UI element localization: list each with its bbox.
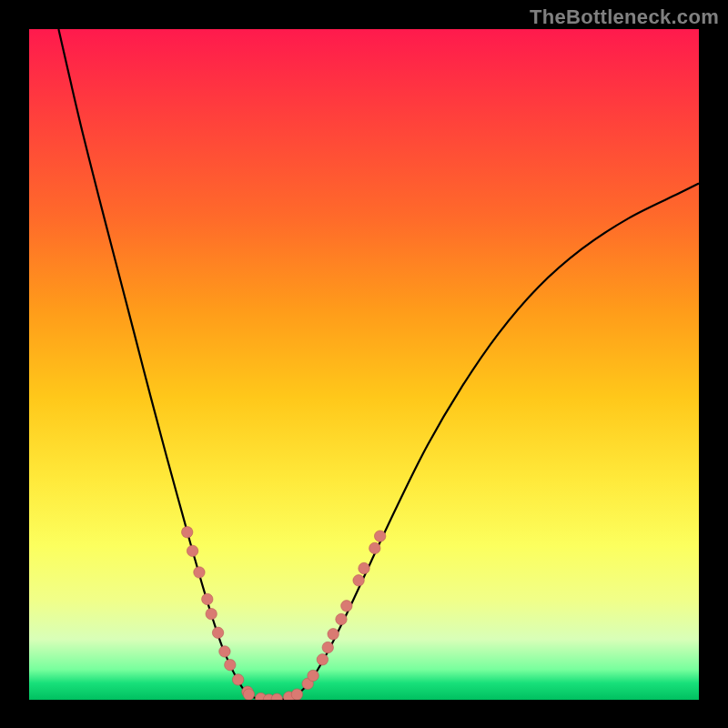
marker-dot [182,527,193,538]
plot-area [29,29,699,700]
curve-right [297,184,699,695]
marker-dot [328,629,339,640]
marker-group [182,527,386,700]
marker-dot [317,654,328,665]
marker-dot [271,693,282,700]
marker-dot [336,613,347,624]
marker-dot [219,646,230,657]
marker-dot [243,689,254,700]
marker-dot [187,545,197,556]
marker-dot [232,674,243,685]
marker-dot [206,608,217,619]
marker-dot [202,593,213,604]
marker-dot [341,601,352,612]
marker-dot [322,642,333,652]
marker-dot [353,575,364,586]
curve-left [58,29,250,696]
marker-dot [212,627,223,638]
marker-dot [359,562,369,573]
marker-dot [308,670,318,681]
chart-container: TheBottleneck.com [0,0,728,728]
marker-dot [291,689,302,700]
marker-dot [225,659,236,670]
marker-dot [194,567,205,578]
marker-dot [369,542,380,553]
curve-layer [29,29,699,700]
marker-dot [374,531,385,541]
brand-watermark: TheBottleneck.com [530,5,719,29]
